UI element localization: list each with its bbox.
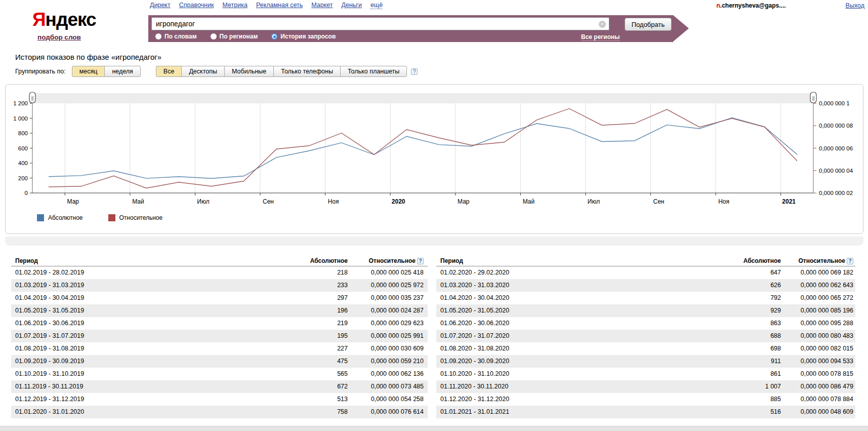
cell-absolute: 911 — [705, 355, 781, 368]
mode-label: По регионам — [220, 33, 258, 40]
group-by-label: Группировать по: — [15, 68, 66, 75]
mode-radio-2[interactable]: По регионам — [211, 33, 258, 40]
all-regions-link[interactable]: Все регионы — [581, 33, 620, 41]
col-absolute: Абсолютное — [272, 257, 348, 264]
table-row: 01.01.2020 - 31.01.20207580,000 000 076 … — [11, 406, 428, 418]
legend-label: Абсолютное — [48, 214, 83, 221]
radio-icon[interactable] — [155, 33, 161, 40]
left-axis-label: 1 000 — [13, 115, 28, 122]
left-axis-label: 400 — [18, 160, 28, 166]
nav-link-7[interactable]: ещё — [370, 2, 383, 9]
nav-link-2[interactable]: Справочник — [179, 2, 214, 9]
table-row: 01.09.2020 - 30.09.20209110,000 000 094 … — [436, 355, 855, 368]
table-header: Период Абсолютное Относительное? — [11, 256, 428, 266]
group-btn-1[interactable]: месяц — [72, 66, 105, 77]
radio-selected-icon[interactable] — [271, 33, 277, 40]
relative-help-icon[interactable]: ? — [847, 258, 853, 264]
nav-link-1[interactable]: Директ — [150, 2, 171, 9]
yandex-logo[interactable]: Яндекс — [32, 10, 96, 29]
cell-absolute: 227 — [272, 342, 348, 355]
top-nav: ДиректСправочникМетрикаРекламная сетьМар… — [150, 2, 391, 9]
table-row: 01.05.2019 - 31.05.20191960,000 000 024 … — [11, 304, 428, 317]
cell-period: 01.08.2020 - 31.08.2020 — [436, 342, 705, 355]
table-row: 01.11.2019 - 30.11.20196720,000 000 073 … — [11, 380, 428, 393]
cell-absolute: 698 — [705, 342, 781, 355]
filters-help-icon[interactable]: ? — [411, 68, 418, 75]
table-header: Период Абсолютное Относительное? — [436, 256, 855, 266]
cell-period: 01.03.2019 - 31.03.2019 — [11, 279, 272, 292]
nav-link-5[interactable]: Маркет — [311, 2, 333, 9]
range-slider-track[interactable] — [32, 93, 813, 103]
user-email[interactable]: n.chernysheva@gaps.... — [716, 2, 786, 9]
mode-radio-3[interactable]: История запросов — [271, 33, 336, 40]
legend-item-2: Относительное — [108, 214, 163, 221]
cell-period: 01.04.2019 - 30.04.2019 — [11, 292, 272, 304]
mode-label: История запросов — [280, 33, 336, 40]
cell-period: 01.09.2020 - 30.09.2020 — [436, 355, 705, 368]
submit-button[interactable]: Подобрать — [625, 18, 672, 31]
relative-help-icon[interactable]: ? — [417, 258, 424, 264]
section-divider — [5, 237, 863, 246]
cell-relative: 0,000 000 076 614 — [348, 406, 424, 418]
cell-absolute: 688 — [705, 330, 781, 342]
cell-relative: 0,000 000 073 485 — [348, 380, 424, 393]
cell-relative: 0,000 000 094 533 — [781, 355, 853, 368]
radio-icon[interactable] — [211, 33, 217, 40]
x-tick-label: Май — [132, 198, 144, 205]
cell-relative: 0,000 000 025 418 — [348, 266, 424, 279]
cell-period: 01.06.2020 - 30.06.2020 — [436, 317, 705, 330]
cell-period: 01.12.2019 - 31.12.2019 — [11, 393, 272, 406]
cell-period: 01.10.2020 - 31.10.2020 — [436, 368, 705, 380]
x-tick-label: Июл — [588, 198, 600, 205]
cell-period: 01.08.2019 - 31.08.2019 — [11, 342, 272, 355]
cell-absolute: 758 — [272, 406, 348, 418]
clear-input-icon[interactable]: × — [599, 21, 606, 28]
left-axis-label: 800 — [18, 130, 28, 136]
device-btn-3[interactable]: Мобильные — [224, 66, 274, 77]
history-table-2020: Период Абсолютное Относительное? 01.02.2… — [436, 256, 855, 418]
cell-period: 01.05.2019 - 31.05.2019 — [11, 304, 272, 317]
cell-relative: 0,000 000 025 972 — [348, 279, 424, 292]
cell-relative: 0,000 000 080 483 — [781, 330, 853, 342]
table-row: 01.08.2019 - 31.08.20192270,000 000 030 … — [11, 342, 428, 355]
table-row: 01.10.2019 - 31.10.20195650,000 000 062 … — [11, 368, 428, 380]
nav-link-6[interactable]: Деньги — [342, 2, 362, 9]
history-table-2019: Период Абсолютное Относительное? 01.02.2… — [11, 256, 428, 418]
slider-left-handle[interactable]: || — [29, 92, 35, 103]
logout-link[interactable]: Выход — [846, 2, 864, 9]
cell-relative: 0,000 000 078 815 — [781, 368, 853, 380]
x-tick-label: 2020 — [392, 198, 405, 205]
col-period: Период — [11, 257, 272, 264]
cell-period: 01.04.2020 - 30.04.2020 — [436, 292, 705, 304]
legend-swatch — [37, 214, 44, 221]
group-btn-2[interactable]: неделя — [104, 66, 140, 77]
mode-radio-1[interactable]: По словам — [155, 33, 197, 40]
cell-period: 01.07.2020 - 31.07.2020 — [436, 330, 705, 342]
cell-relative: 0,000 000 035 237 — [348, 292, 424, 304]
legend-item-1: Абсолютное — [37, 214, 83, 221]
nav-link-4[interactable]: Рекламная сеть — [256, 2, 303, 9]
mode-label: По словам — [164, 33, 197, 40]
x-tick-label: 2021 — [782, 198, 796, 205]
cell-absolute: 647 — [705, 266, 781, 279]
cell-absolute: 929 — [705, 304, 781, 317]
device-btn-2[interactable]: Десктопы — [181, 66, 225, 77]
cell-relative: 0,000 000 095 288 — [781, 317, 853, 330]
nav-link-3[interactable]: Метрика — [222, 2, 247, 9]
cell-relative: 0,000 000 030 609 — [348, 342, 424, 355]
x-tick-label: Май — [523, 198, 535, 205]
device-btn-1[interactable]: Все — [156, 66, 182, 77]
slider-right-handle[interactable]: || — [810, 92, 816, 103]
device-btn-4[interactable]: Только телефоны — [273, 66, 341, 77]
wordstat-service-link[interactable]: подбор слов — [37, 33, 81, 41]
search-input[interactable] — [151, 17, 609, 30]
cell-absolute: 516 — [705, 406, 781, 418]
left-axis-label: 200 — [18, 175, 28, 181]
device-btn-5[interactable]: Только планшеты — [340, 66, 407, 77]
cell-absolute: 297 — [272, 292, 348, 304]
cell-absolute: 792 — [705, 292, 781, 304]
x-tick-label: Ноя — [718, 198, 729, 205]
table-row: 01.06.2020 - 30.06.20208630,000 000 095 … — [436, 317, 855, 330]
cell-period: 01.09.2019 - 30.09.2019 — [11, 355, 272, 368]
cell-relative: 0,000 000 048 609 — [781, 406, 853, 418]
